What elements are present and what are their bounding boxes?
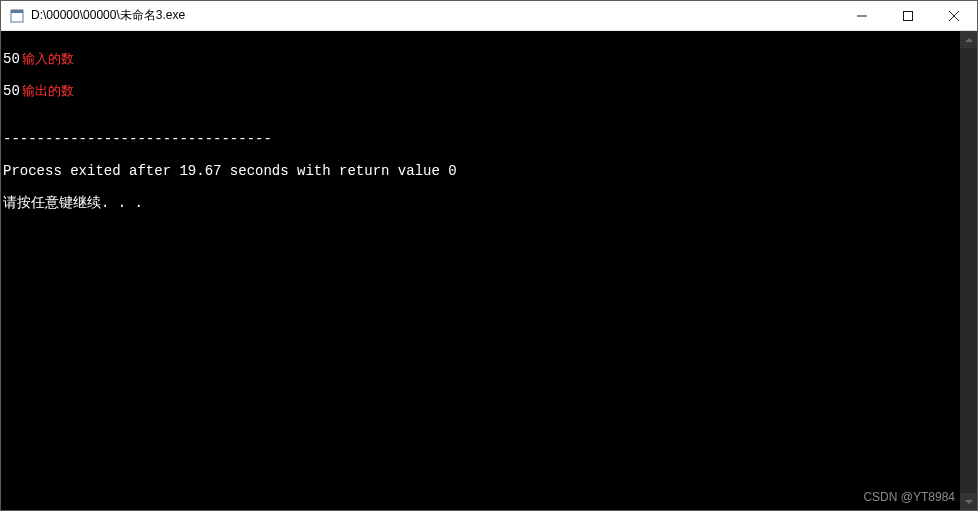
output-value: 50	[3, 83, 20, 99]
console-output[interactable]: 50输入的数 50输出的数 --------------------------…	[1, 31, 960, 510]
svg-rect-3	[904, 11, 913, 20]
console-area: 50输入的数 50输出的数 --------------------------…	[1, 31, 977, 510]
output-annotation: 输出的数	[22, 83, 74, 98]
window-title: D:\00000\00000\未命名3.exe	[31, 7, 839, 24]
close-button[interactable]	[931, 1, 977, 30]
minimize-button[interactable]	[839, 1, 885, 30]
scroll-down-button[interactable]	[960, 493, 977, 510]
vertical-scrollbar[interactable]	[960, 31, 977, 510]
titlebar[interactable]: D:\00000\00000\未命名3.exe	[1, 1, 977, 31]
application-window: D:\00000\00000\未命名3.exe 50输入的数 50输出的数 --…	[0, 0, 978, 511]
maximize-button[interactable]	[885, 1, 931, 30]
watermark: CSDN @YT8984	[863, 490, 955, 504]
scroll-up-button[interactable]	[960, 31, 977, 48]
input-annotation: 输入的数	[22, 51, 74, 66]
window-controls	[839, 1, 977, 30]
process-exit-line: Process exited after 19.67 seconds with …	[3, 163, 960, 179]
continue-prompt: 请按任意键继续. . .	[3, 195, 960, 211]
svg-rect-1	[11, 10, 23, 13]
input-value: 50	[3, 51, 20, 67]
app-icon	[9, 8, 25, 24]
separator-line: --------------------------------	[3, 131, 960, 147]
